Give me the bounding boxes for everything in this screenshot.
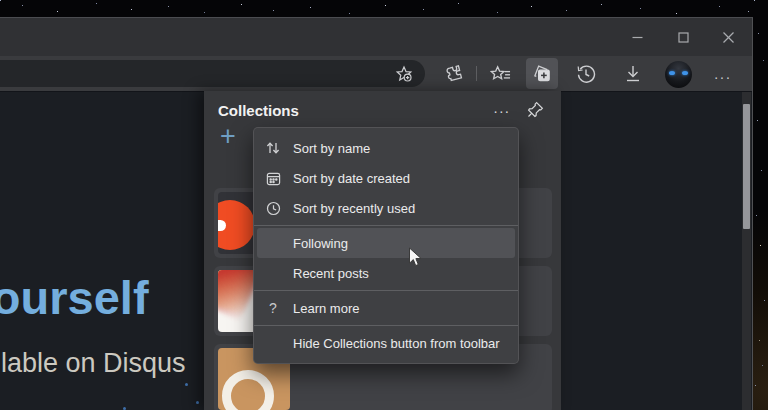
menu-item-sort-by-name[interactable]: Sort by name [254, 133, 518, 163]
question-icon: ? [262, 300, 284, 316]
page-scrollbar[interactable] [742, 92, 751, 410]
white-ring [222, 370, 274, 410]
extensions-icon [444, 64, 463, 83]
downloads-button[interactable] [617, 58, 649, 89]
browser-window: ... Yourself lable on Disqus Collections [0, 17, 753, 410]
toolbar-separator [476, 66, 477, 81]
page-subheading: lable on Disqus [1, 348, 186, 379]
collections-icon [532, 64, 552, 83]
decorative-dot [185, 383, 188, 386]
menu-item-label: Hide Collections button from toolbar [293, 336, 500, 351]
favorites-bar-button[interactable] [484, 58, 516, 89]
favorites-star-lines-icon [490, 65, 511, 83]
menu-item-label: Sort by recently used [293, 201, 415, 216]
minimize-icon [632, 32, 643, 43]
page-heading: Yourself [0, 270, 149, 325]
extensions-button[interactable] [437, 58, 469, 89]
menu-item-hide-collections-button[interactable]: Hide Collections button from toolbar [254, 328, 518, 358]
collections-button[interactable] [526, 58, 558, 89]
stars-top [0, 0, 1, 1]
profile-avatar[interactable] [665, 61, 692, 88]
minimize-button[interactable] [615, 18, 659, 56]
menu-item-recent-posts[interactable]: Recent posts [254, 258, 518, 288]
settings-more-button[interactable]: ... [707, 58, 739, 89]
menu-item-label: Sort by name [293, 141, 370, 156]
menu-item-sort-by-date[interactable]: Sort by date created [254, 163, 518, 193]
clock-icon [262, 201, 284, 216]
collections-panel-title: Collections [218, 102, 299, 119]
browser-toolbar: ... [0, 56, 752, 91]
menu-item-sort-by-recent[interactable]: Sort by recently used [254, 193, 518, 223]
menu-item-label: Sort by date created [293, 171, 410, 186]
avatar-eye [669, 71, 675, 75]
mouse-cursor [408, 247, 423, 268]
calendar-icon [262, 171, 284, 186]
menu-item-label: Learn more [293, 301, 359, 316]
close-button[interactable] [706, 18, 750, 56]
browser-titlebar[interactable] [0, 18, 752, 56]
avatar-eye [682, 71, 688, 75]
decorative-dot [196, 401, 199, 404]
push-pin-icon [526, 100, 545, 119]
collections-more-button[interactable]: ... [488, 95, 516, 119]
collections-context-menu: Sort by name Sort by date created Sort b… [253, 127, 519, 364]
menu-item-learn-more[interactable]: ? Learn more [254, 293, 518, 323]
downloads-icon [624, 64, 642, 83]
add-favorite-button[interactable] [393, 63, 415, 85]
menu-item-label: Following [293, 236, 348, 251]
menu-item-label: Recent posts [293, 266, 369, 281]
pin-panel-button[interactable] [522, 96, 548, 122]
more-dots-icon: ... [714, 69, 732, 79]
stars-right [754, 0, 755, 1]
menu-separator [254, 225, 518, 226]
history-button[interactable] [570, 58, 602, 89]
start-new-collection-button[interactable]: + [214, 123, 242, 151]
menu-separator [254, 325, 518, 326]
sort-arrows-icon [262, 140, 284, 156]
cursor-arrow-icon [408, 247, 423, 268]
menu-separator [254, 290, 518, 291]
maximize-icon [678, 32, 689, 43]
close-icon [723, 32, 734, 43]
address-bar[interactable] [0, 60, 425, 87]
add-favorite-star-icon [395, 65, 413, 83]
menu-item-following[interactable]: Following [257, 228, 515, 258]
maximize-button[interactable] [661, 18, 705, 56]
screenshot-stage: ... Yourself lable on Disqus Collections [0, 0, 768, 410]
history-icon [576, 64, 596, 84]
scrollbar-thumb[interactable] [743, 104, 750, 229]
